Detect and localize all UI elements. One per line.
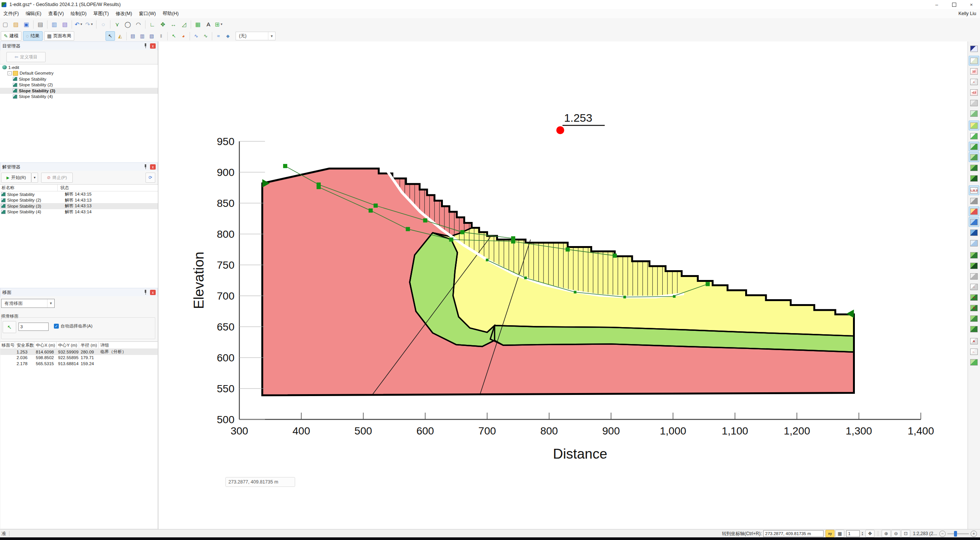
solver-row[interactable]: Slope Stability解答 14:43:15	[0, 191, 158, 197]
soil-wedge-icon[interactable]	[969, 163, 979, 173]
zoom-out-button[interactable]: ⊖	[891, 530, 900, 537]
pin-icon[interactable]	[143, 290, 148, 295]
tree-item-default-geometry[interactable]: -Default Geometry	[0, 70, 158, 76]
refresh-button[interactable]: ⟳	[145, 173, 155, 183]
grid-toggle-button[interactable]: ▦	[835, 530, 844, 537]
close-button[interactable]: ×	[963, 0, 980, 9]
slip-filter-combo[interactable]: 有滑移面 ▼	[1, 299, 55, 308]
panel-close-icon[interactable]: x	[150, 290, 156, 295]
soil-wedge2-icon[interactable]	[969, 173, 979, 183]
page-number-input[interactable]	[846, 530, 860, 537]
solver-row[interactable]: Slope Stability (2)解答 14:43:13	[0, 197, 158, 203]
coordinate-mode-button[interactable]: xy	[826, 530, 835, 537]
slip-row[interactable]: 2.178565.5315913.68814159.24	[0, 361, 158, 367]
tree-item-slope-stability-2-[interactable]: Slope Stability (2)	[0, 82, 158, 88]
strength-slope2-icon[interactable]	[969, 261, 979, 270]
graph2-icon[interactable]: ∿	[201, 32, 210, 40]
draw-region-icon[interactable]	[969, 121, 979, 130]
pan-button[interactable]: ✥	[865, 530, 875, 537]
tree-item-1-edit[interactable]: 1-edit	[0, 64, 158, 70]
slip-surfaces-icon[interactable]	[969, 196, 979, 206]
modeling-mode-button[interactable]: ✎ 建模	[1, 31, 21, 41]
drawing-canvas[interactable]: 1.25350055060065070075080085090095030040…	[158, 41, 968, 529]
panel-close-icon[interactable]: x	[150, 164, 156, 170]
menu-item-1[interactable]: 文件(F)	[0, 11, 22, 17]
slope-geometry-icon[interactable]	[969, 131, 979, 141]
compare-analyses-icon[interactable]	[969, 142, 979, 151]
results-mode-button[interactable]: ◌ 结果	[23, 31, 43, 41]
undo-icon[interactable]: ↶▼	[74, 20, 84, 29]
pin-icon[interactable]	[143, 43, 148, 48]
tree-item-slope-stability[interactable]: Slope Stability	[0, 76, 158, 82]
page-report-icon[interactable]: ▧	[147, 32, 156, 40]
solve-start-dropdown[interactable]: ▼	[31, 173, 38, 183]
tree-item-slope-stability-4-[interactable]: Slope Stability (4)	[0, 94, 158, 100]
menu-item-4[interactable]: 绘制(D)	[67, 11, 90, 17]
label-icon[interactable]: ⬥	[224, 32, 232, 40]
print-icon[interactable]: ▤	[35, 20, 45, 29]
minimize-button[interactable]: –	[928, 0, 945, 9]
view-point-numbers-icon[interactable]: •12	[969, 87, 979, 97]
zoom-slider-plus[interactable]: +	[970, 530, 977, 537]
gravel-layer-icon[interactable]: ⠿	[969, 303, 979, 313]
sketch-angle-icon[interactable]: ◿	[179, 20, 189, 29]
load-arrow-icon[interactable]: ↓	[969, 282, 979, 292]
sketch-axes-icon[interactable]: ∟	[147, 20, 157, 29]
sketch-dimension-icon[interactable]: ↔	[169, 20, 178, 29]
animation-icon[interactable]: ‖	[157, 32, 165, 40]
page-spinner[interactable]: ▲▼	[861, 531, 864, 536]
menu-item-2[interactable]: 编辑(E)	[22, 11, 45, 17]
restore-button[interactable]	[945, 0, 963, 9]
pick-slip-button[interactable]: ↖	[3, 321, 16, 333]
green-slope-a-icon[interactable]	[969, 313, 979, 323]
copy-report-icon[interactable]: ▤	[129, 32, 137, 40]
report-icon[interactable]: ▥	[138, 32, 146, 40]
result-contour-combo[interactable]: (无) ▼	[235, 32, 275, 40]
pin-icon[interactable]	[143, 164, 148, 169]
zoom-in-button[interactable]: ⊕	[881, 530, 891, 537]
water-image-icon[interactable]	[969, 228, 979, 237]
sketch-move-icon[interactable]: ✥	[158, 20, 168, 29]
draw-circle-icon[interactable]: ◯	[123, 20, 133, 29]
menu-item-3[interactable]: 查看(V)	[45, 11, 67, 17]
select-region-icon[interactable]: ◭	[116, 32, 124, 40]
green-slope-b-icon[interactable]	[969, 324, 979, 334]
auto-critical-checkbox[interactable]: ✓	[54, 324, 59, 329]
insert-image-icon[interactable]: ▦	[193, 20, 203, 29]
panel-close-icon[interactable]: x	[150, 43, 156, 49]
view-mesh-icon[interactable]	[969, 44, 979, 54]
draw-pick-icon[interactable]: ⋎	[112, 20, 122, 29]
contour-icon[interactable]: ◕	[179, 32, 188, 40]
copy-icon[interactable]: ▥	[49, 20, 59, 29]
graph-axes-icon[interactable]: ∟	[969, 347, 979, 356]
zoom-slider[interactable]	[947, 533, 969, 534]
slip-arc-icon[interactable]	[969, 152, 979, 162]
redo-icon[interactable]: ↷▼	[84, 20, 94, 29]
menu-item-5[interactable]: 草图(T)	[90, 11, 112, 17]
contour-blue-icon[interactable]	[969, 217, 979, 227]
slip-row[interactable]: 1.253814.6098932.59909280.09临界（分析）	[0, 349, 158, 355]
find-text-icon[interactable]: A	[969, 336, 979, 346]
solver-row[interactable]: Slope Stability (3)解答 14:43:13	[0, 203, 158, 209]
save-icon[interactable]: ▣	[21, 20, 31, 29]
select-slip-icon[interactable]: ↖	[170, 32, 178, 40]
chart-image-icon[interactable]	[969, 357, 979, 367]
solver-row[interactable]: Slope Stability (4)解答 14:43:14	[0, 209, 158, 215]
menu-item-7[interactable]: 窗口(W)	[135, 11, 159, 17]
solve-stop-button[interactable]: ⊘ 终止(P)	[41, 173, 73, 183]
view-points-icon[interactable]: •	[969, 77, 979, 87]
lasso-icon[interactable]: ◌	[99, 20, 108, 29]
tree-item-slope-stability-3-[interactable]: Slope Stability (3)	[0, 88, 158, 94]
view-regions-icon[interactable]	[969, 56, 979, 65]
gray-waves-icon[interactable]	[969, 271, 979, 281]
slice-info-icon[interactable]: L2L3	[969, 186, 979, 195]
insert-table-icon[interactable]: ⊞▼	[214, 20, 224, 29]
cursor-tool-icon[interactable]: ↖	[105, 31, 115, 41]
slip-row[interactable]: 2.036598.8502922.55895179.71	[0, 355, 158, 361]
menu-item-6[interactable]: 修改(M)	[112, 11, 136, 17]
define-project-button[interactable]: ⇦ 定义项目	[6, 52, 46, 62]
view-grid-icon[interactable]	[969, 98, 979, 108]
flow-icon[interactable]: ≈	[214, 32, 223, 40]
strength-slope-icon[interactable]	[969, 250, 979, 260]
contour-rainbow-icon[interactable]	[969, 206, 979, 216]
